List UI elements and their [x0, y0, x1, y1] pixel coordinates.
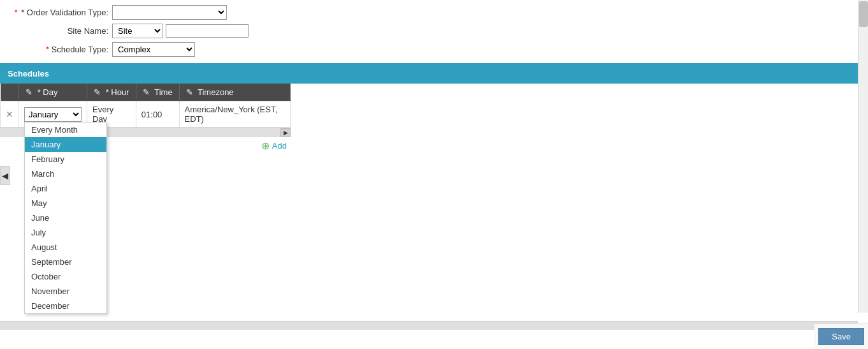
- dropdown-item-november[interactable]: November: [25, 284, 106, 299]
- dropdown-item-every-month[interactable]: Every Month: [25, 123, 106, 137]
- dropdown-item-january[interactable]: January: [25, 137, 106, 152]
- time-edit-icon[interactable]: ✎: [143, 87, 150, 97]
- dropdown-item-april[interactable]: April: [25, 181, 106, 196]
- timezone-edit-icon[interactable]: ✎: [186, 87, 193, 97]
- col-delete: [1, 84, 19, 101]
- schedules-header: Schedules: [0, 63, 858, 84]
- add-label: Add: [272, 141, 287, 151]
- dropdown-item-september[interactable]: September: [25, 255, 106, 269]
- hour-value: Every Day: [92, 105, 113, 124]
- order-validation-type-select[interactable]: [112, 5, 227, 20]
- schedule-type-label: * Schedule Type:: [13, 45, 108, 54]
- timezone-cell: America/New_York (EST, EDT): [179, 101, 290, 128]
- save-label: Save: [832, 332, 851, 341]
- order-validation-type-label: * * Order Validation Type:: [13, 8, 108, 17]
- timezone-value: America/New_York (EST, EDT): [185, 105, 277, 124]
- right-scrollbar[interactable]: [858, 0, 868, 313]
- save-btn-container: Save: [814, 323, 868, 349]
- time-value: 01:00: [141, 110, 163, 119]
- day-cell: January Every Month January February Mar…: [19, 101, 87, 128]
- site-name-label: Site Name:: [13, 26, 108, 36]
- delete-cell: ✕: [1, 101, 19, 128]
- site-name-input[interactable]: [166, 24, 249, 38]
- scroll-right-thumb: [859, 1, 868, 27]
- dropdown-item-july[interactable]: July: [25, 225, 106, 240]
- schedules-table: ✎ * Day ✎ * Hour ✎ Time ✎ Timezone: [0, 84, 291, 128]
- left-arrow-icon: ◀: [2, 171, 8, 181]
- dropdown-item-march[interactable]: March: [25, 167, 106, 181]
- left-panel-arrow[interactable]: ◀: [0, 166, 10, 185]
- dropdown-item-august[interactable]: August: [25, 240, 106, 255]
- add-icon: ⊕: [261, 140, 270, 152]
- day-dropdown-container: January Every Month January February Mar…: [24, 107, 82, 122]
- site-name-select[interactable]: Site: [112, 24, 163, 38]
- save-button[interactable]: Save: [818, 328, 864, 345]
- time-cell: 01:00: [136, 101, 179, 128]
- add-button[interactable]: ⊕ Add: [261, 140, 287, 152]
- delete-icon[interactable]: ✕: [6, 109, 13, 119]
- hour-edit-icon[interactable]: ✎: [94, 87, 101, 97]
- col-time: ✎ Time: [136, 84, 179, 101]
- col-day: ✎ * Day: [19, 84, 87, 101]
- day-edit-icon[interactable]: ✎: [25, 87, 33, 97]
- dropdown-item-february[interactable]: February: [25, 152, 106, 167]
- scroll-right-btn[interactable]: ▶: [280, 128, 291, 137]
- dropdown-item-may[interactable]: May: [25, 196, 106, 211]
- col-hour: ✎ * Hour: [87, 84, 136, 101]
- day-select[interactable]: January: [24, 107, 82, 122]
- dropdown-item-october[interactable]: October: [25, 269, 106, 284]
- dropdown-item-june[interactable]: June: [25, 211, 106, 225]
- col-timezone: ✎ Timezone: [179, 84, 290, 101]
- table-row: ✕ January Every Month January: [1, 101, 291, 128]
- schedule-type-select[interactable]: Complex: [112, 42, 195, 57]
- bottom-scrollbar[interactable]: [0, 321, 858, 330]
- dropdown-item-december[interactable]: December: [25, 299, 106, 313]
- dropdown-list: Every Month January February March April…: [24, 122, 107, 314]
